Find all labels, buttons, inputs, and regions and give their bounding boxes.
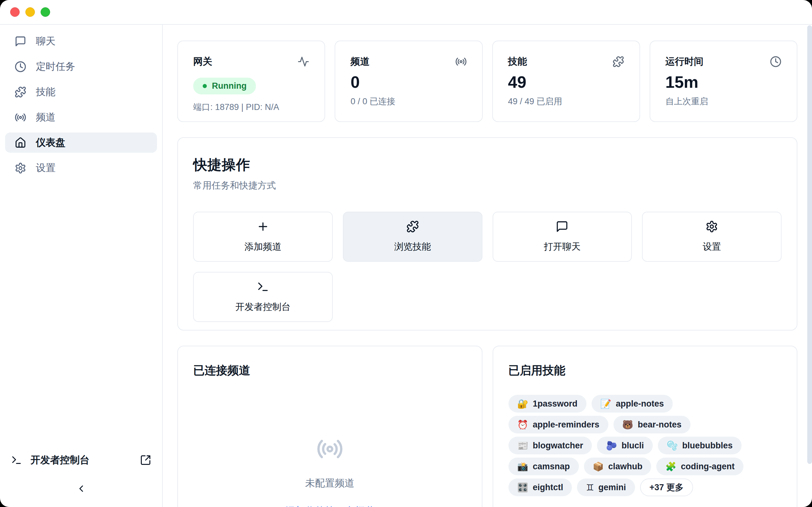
skill-label: 1password — [532, 399, 577, 409]
connected-channels-card: 已连接频道 未配置频道 添加你的第一个频道 — [177, 346, 483, 507]
enabled-skills-card: 已启用技能 🔐1password 📝apple-notes ⏰apple-rem… — [493, 346, 798, 507]
sidebar: 聊天 定时任务 技能 频道 仪表盘 设置 — [0, 25, 163, 507]
skill-label: bear-notes — [638, 420, 681, 430]
add-first-channel-link[interactable]: 添加你的第一个频道 — [286, 504, 374, 507]
skill-label: camsnap — [532, 462, 570, 471]
skill-pills: 🔐1password 📝apple-notes ⏰apple-reminders… — [508, 395, 759, 496]
quick-actions-panel: 快捷操作 常用任务和快捷方式 添加频道 浏览技能 打开聊天 — [177, 137, 798, 331]
terminal-icon — [257, 280, 269, 293]
stat-title: 运行时间 — [665, 55, 704, 68]
terminal-icon — [11, 454, 22, 466]
sidebar-item-label: 技能 — [36, 85, 55, 99]
more-skills-pill[interactable]: +37 更多 — [640, 478, 693, 496]
activity-icon — [298, 56, 309, 67]
camera-emoji-icon: 📸 — [517, 461, 528, 472]
bottom-row: 已连接频道 未配置频道 添加你的第一个频道 已启用技能 🔐1password 📝… — [177, 346, 798, 507]
stat-value: 15m — [665, 73, 781, 91]
skill-label: apple-notes — [616, 399, 664, 409]
skill-pill-bluebubbles[interactable]: 🫧bluebubbles — [658, 437, 742, 454]
stat-title: 技能 — [508, 55, 527, 68]
skill-pill-1password[interactable]: 🔐1password — [508, 395, 587, 412]
sidebar-item-scheduled-tasks[interactable]: 定时任务 — [5, 56, 157, 77]
skill-pill-coding-agent[interactable]: 🧩coding-agent — [656, 458, 743, 475]
channels-empty-state: 未配置频道 添加你的第一个频道 — [193, 435, 467, 507]
gear-icon — [14, 162, 26, 174]
skill-pill-bear-notes[interactable]: 🐻bear-notes — [613, 416, 691, 434]
quick-actions-grid: 添加频道 浏览技能 打开聊天 设置 — [193, 212, 781, 322]
skill-pill-clawhub[interactable]: 📦clawhub — [584, 458, 652, 475]
sidebar-item-channels[interactable]: 频道 — [5, 107, 157, 127]
newspaper-emoji-icon: 📰 — [517, 441, 528, 451]
sidebar-collapse-button[interactable] — [72, 480, 90, 498]
quick-actions-title: 快捷操作 — [193, 156, 781, 174]
sidebar-item-label: 定时任务 — [36, 60, 75, 73]
clock-icon — [14, 61, 26, 72]
main-content: 网关 Running 端口: 18789 | PID: N/A 频道 0 — [163, 25, 812, 507]
developer-console-label: 开发者控制台 — [31, 453, 90, 467]
skill-pill-apple-notes[interactable]: 📝apple-notes — [592, 395, 673, 412]
skill-pill-blogwatcher[interactable]: 📰blogwatcher — [508, 437, 592, 454]
browse-skills-button[interactable]: 浏览技能 — [343, 212, 483, 262]
skill-pill-blucli[interactable]: 🫐blucli — [597, 437, 653, 454]
connected-channels-title: 已连接频道 — [193, 363, 467, 378]
sidebar-item-label: 频道 — [36, 111, 55, 124]
open-chat-button[interactable]: 打开聊天 — [493, 212, 632, 262]
puzzle-icon — [406, 220, 419, 233]
app-window: 聊天 定时任务 技能 频道 仪表盘 设置 — [0, 0, 812, 507]
status-badge: Running — [193, 78, 256, 95]
quick-actions-subtitle: 常用任务和快捷方式 — [193, 179, 781, 192]
puzzle-emoji-icon: 🧩 — [665, 461, 676, 472]
external-link-icon — [140, 454, 151, 466]
sidebar-item-skills[interactable]: 技能 — [5, 82, 157, 102]
home-icon — [14, 137, 26, 149]
message-square-icon — [556, 220, 568, 233]
sidebar-item-settings[interactable]: 设置 — [5, 158, 157, 178]
package-emoji-icon: 📦 — [593, 461, 604, 472]
action-label: 添加频道 — [245, 240, 281, 253]
stat-subtext: 端口: 18789 | PID: N/A — [193, 101, 309, 113]
traffic-lights — [10, 7, 50, 17]
action-label: 开发者控制台 — [235, 301, 291, 314]
sidebar-item-chat[interactable]: 聊天 — [5, 31, 157, 51]
skill-pill-camsnap[interactable]: 📸camsnap — [508, 458, 579, 475]
settings-button[interactable]: 设置 — [642, 212, 781, 262]
close-button[interactable] — [10, 7, 20, 17]
app-body: 聊天 定时任务 技能 频道 仪表盘 设置 — [0, 25, 812, 507]
action-label: 浏览技能 — [394, 240, 431, 253]
stat-card-gateway: 网关 Running 端口: 18789 | PID: N/A — [177, 41, 325, 122]
gear-icon — [705, 220, 718, 233]
stat-card-uptime: 运行时间 15m 自上次重启 — [650, 41, 798, 122]
bear-emoji-icon: 🐻 — [622, 419, 633, 430]
knobs-emoji-icon: 🎛️ — [517, 482, 528, 493]
broadcast-icon — [14, 112, 26, 123]
minimize-button[interactable] — [26, 7, 35, 17]
gemini-emoji-icon: ♊ — [586, 482, 594, 493]
skill-label: coding-agent — [681, 462, 734, 471]
message-square-icon — [14, 36, 26, 47]
plus-icon — [257, 220, 269, 233]
zoom-button[interactable] — [41, 7, 50, 17]
broadcast-icon — [455, 56, 467, 67]
developer-console-link[interactable]: 开发者控制台 — [5, 451, 157, 469]
blueberries-emoji-icon: 🫐 — [606, 441, 617, 451]
developer-console-button[interactable]: 开发者控制台 — [193, 272, 333, 322]
scrollbar-thumb[interactable] — [807, 25, 812, 464]
collapse-row — [5, 469, 157, 501]
sidebar-item-dashboard[interactable]: 仪表盘 — [5, 132, 157, 153]
add-channel-button[interactable]: 添加频道 — [193, 212, 333, 262]
action-label: 打开聊天 — [544, 240, 580, 253]
skill-pill-eightctl[interactable]: 🎛️eightctl — [508, 478, 572, 496]
puzzle-icon — [14, 86, 26, 98]
status-dot — [203, 84, 207, 88]
stats-row: 网关 Running 端口: 18789 | PID: N/A 频道 0 — [177, 41, 798, 122]
skill-pill-apple-reminders[interactable]: ⏰apple-reminders — [508, 416, 608, 434]
stat-title: 网关 — [193, 55, 212, 68]
puzzle-icon — [612, 56, 624, 67]
skill-label: clawhub — [608, 462, 642, 471]
chevron-left-icon — [76, 483, 87, 494]
stat-card-skills: 技能 49 49 / 49 已启用 — [492, 41, 640, 122]
broadcast-icon — [316, 435, 344, 463]
skill-pill-gemini[interactable]: ♊gemini — [577, 478, 635, 496]
skill-label: blogwatcher — [532, 441, 583, 451]
sidebar-item-label: 设置 — [36, 161, 55, 175]
